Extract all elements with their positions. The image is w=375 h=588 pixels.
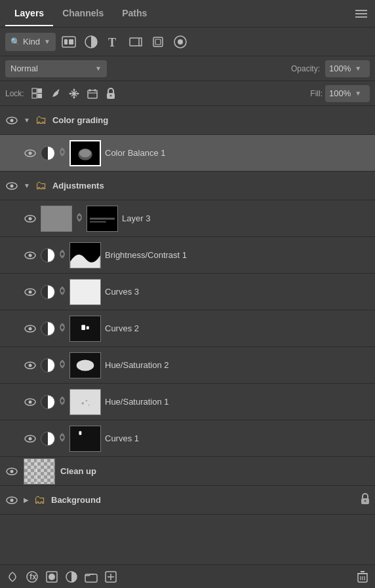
layer-hue-sat-2[interactable]: Hue/Saturation 2 (0, 347, 375, 384)
svg-text:fx: fx (30, 572, 37, 581)
adj-icon-curves-2 (41, 322, 55, 336)
layer-curves-1[interactable]: Curves 1 (0, 420, 375, 457)
filter-adjustment-icon[interactable] (82, 33, 100, 51)
link-icon-color-balance-1 (59, 147, 66, 159)
opacity-dropdown[interactable]: 100% ▼ (325, 60, 370, 77)
group-adjustments-label: Adjustments (52, 181, 104, 191)
opacity-value: 100% (329, 64, 351, 73)
visibility-curves-3[interactable] (24, 285, 37, 299)
thumb-color-balance-1 (69, 140, 101, 166)
svg-point-73 (10, 469, 14, 473)
collapse-adjustments[interactable]: ▼ (24, 182, 30, 189)
tab-layers[interactable]: Layers (5, 1, 53, 26)
layer-clean-up[interactable]: Clean up (0, 457, 375, 486)
add-group-button[interactable] (84, 570, 98, 584)
thumb-hue-sat-2 (69, 352, 101, 378)
group-background[interactable]: ▶ 🗂 Background (0, 486, 375, 515)
link-layers-button[interactable] (5, 570, 20, 584)
visibility-color-grading[interactable] (5, 114, 18, 127)
visibility-layer-3[interactable] (24, 212, 37, 225)
thumb-layer-3 (41, 206, 72, 232)
visibility-brightness-contrast-1[interactable] (24, 249, 37, 262)
layer-curves-2[interactable]: Curves 2 (0, 310, 375, 347)
layer-name-brightness-contrast-1: Brightness/Contrast 1 (105, 250, 187, 260)
add-adjustment-button[interactable] (64, 570, 79, 584)
layer-curves-3[interactable]: Curves 3 (0, 274, 375, 310)
kind-dropdown[interactable]: 🔍 Kind ▼ (5, 33, 56, 51)
svg-marker-17 (69, 92, 71, 95)
svg-point-64 (81, 402, 84, 405)
filter-shape-icon[interactable] (127, 33, 145, 51)
link-icon-hue-sat-1 (59, 395, 66, 408)
add-mask-button[interactable] (45, 570, 59, 584)
lock-transparent-button[interactable] (30, 86, 45, 101)
svg-point-24 (109, 94, 111, 96)
filter-type-icon[interactable]: T (104, 33, 123, 51)
layer-name-hue-sat-2: Hue/Saturation 2 (105, 360, 169, 370)
lock-artboard-button[interactable] (85, 86, 100, 101)
lock-paint-button[interactable] (48, 86, 64, 101)
collapse-color-grading[interactable]: ▼ (24, 117, 30, 124)
thumb-brightness-contrast-1 (69, 242, 101, 268)
blend-chevron: ▼ (95, 65, 102, 72)
thumb-curves-2 (69, 316, 101, 342)
lock-background-icon (361, 493, 370, 507)
svg-rect-7 (155, 39, 161, 45)
kind-label: Kind (23, 37, 40, 46)
svg-point-36 (29, 217, 32, 220)
svg-point-26 (10, 119, 14, 122)
delete-layer-button[interactable] (355, 570, 370, 584)
thumb-mask-layer-3 (87, 206, 118, 232)
filter-pixel-icon[interactable] (60, 33, 78, 51)
fill-chevron: ▼ (355, 90, 361, 97)
collapse-background[interactable]: ▶ (24, 496, 29, 504)
adj-icon-curves-1 (41, 432, 55, 446)
svg-point-42 (29, 253, 32, 257)
svg-rect-12 (32, 94, 37, 98)
visibility-adjustments[interactable] (5, 179, 18, 193)
tab-paths[interactable]: Paths (113, 1, 156, 26)
layer-hue-sat-1[interactable]: Hue/Saturation 1 (0, 384, 375, 420)
svg-point-68 (29, 437, 32, 440)
filter-smart-icon[interactable] (149, 33, 167, 51)
layer-3[interactable]: Layer 3 (0, 200, 375, 237)
tab-channels[interactable]: Channels (53, 1, 113, 26)
kind-chevron: ▼ (44, 38, 50, 45)
svg-point-50 (29, 327, 32, 330)
visibility-color-balance-1[interactable] (24, 147, 37, 160)
group-color-grading[interactable]: ▼ 🗂 Color grading (0, 106, 375, 135)
visibility-background[interactable] (5, 494, 18, 507)
filter-mode-icon[interactable] (171, 33, 189, 51)
svg-rect-11 (37, 94, 42, 98)
layer-name-hue-sat-1: Hue/Saturation 1 (105, 397, 169, 407)
lock-position-button[interactable] (66, 86, 82, 101)
visibility-hue-sat-1[interactable] (24, 395, 37, 409)
group-adjustments[interactable]: ▼ 🗂 Adjustments (0, 172, 375, 200)
add-style-button[interactable]: fx (25, 570, 39, 584)
svg-marker-16 (73, 97, 75, 99)
search-icon: 🔍 (10, 37, 20, 46)
lock-all-button[interactable] (103, 86, 119, 101)
bottom-toolbar: fx (0, 564, 375, 588)
svg-rect-54 (87, 326, 89, 329)
visibility-hue-sat-2[interactable] (24, 359, 37, 372)
blend-mode-value: Normal (10, 64, 38, 73)
layer-brightness-contrast-1[interactable]: Brightness/Contrast 1 (0, 237, 375, 274)
layer-name-color-balance-1: Color Balance 1 (105, 148, 166, 158)
blend-opacity-row: Normal ▼ Opacity: 100% ▼ (0, 56, 375, 81)
blend-mode-dropdown[interactable]: Normal ▼ (5, 60, 107, 77)
visibility-curves-2[interactable] (24, 322, 37, 335)
fill-value: 100% (329, 88, 351, 98)
svg-point-82 (49, 574, 55, 580)
panel-menu-button[interactable] (353, 7, 370, 20)
visibility-curves-1[interactable] (24, 432, 37, 445)
svg-point-61 (29, 400, 32, 403)
thumb-clean-up (24, 458, 55, 485)
lock-label: Lock: (5, 89, 24, 98)
fill-dropdown[interactable]: 100% ▼ (325, 85, 370, 102)
new-layer-button[interactable] (104, 570, 118, 584)
visibility-clean-up[interactable] (5, 465, 18, 478)
folder-color-grading-icon: 🗂 (35, 113, 47, 127)
layer-color-balance-1[interactable]: Color Balance 1 (0, 135, 375, 172)
adj-icon-curves-3 (41, 285, 55, 299)
